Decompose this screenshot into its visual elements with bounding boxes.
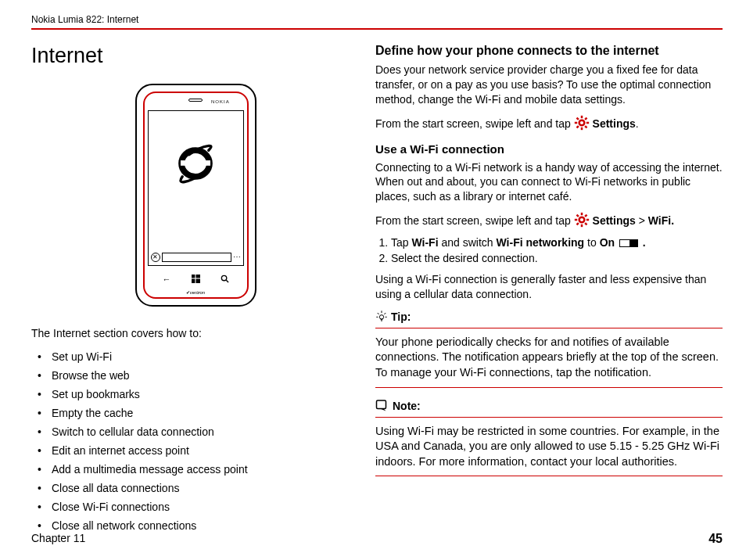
gear-icon [574, 115, 590, 135]
svg-rect-10 [580, 127, 583, 130]
header-rule [31, 28, 723, 30]
svg-rect-34 [377, 400, 386, 409]
divider [375, 476, 723, 476]
divider [375, 387, 723, 388]
section-heading: Define how your phone connects to the in… [375, 44, 723, 58]
tip-icon [375, 310, 388, 325]
list-item: Set up bookmarks [34, 385, 360, 404]
search-icon [221, 275, 229, 285]
svg-rect-24 [576, 214, 579, 217]
tip-label-text: Tip: [391, 311, 411, 323]
content-columns: Internet NOKIA [31, 44, 723, 535]
svg-rect-5 [195, 279, 200, 284]
svg-rect-2 [192, 275, 195, 278]
wifi-label: WiFi. [648, 214, 674, 227]
subsection-heading: Use a Wi-Fi connection [375, 142, 723, 156]
list-item: Browse the web [34, 366, 360, 385]
svg-rect-20 [575, 219, 577, 221]
svg-rect-21 [586, 219, 589, 221]
svg-rect-22 [584, 214, 587, 217]
svg-line-28 [378, 313, 379, 314]
windows-icon [192, 275, 200, 285]
page-title: Internet [31, 44, 360, 68]
soft-keys: ← [152, 275, 239, 285]
settings-label: Settings [593, 214, 636, 227]
svg-point-6 [221, 275, 226, 280]
carrier-label: verizon [186, 289, 205, 295]
phone-illustration: NOKIA ✕ ⋯ [31, 84, 360, 310]
list-item: Switch to cellular data connection [34, 422, 360, 441]
text: From the start screen, swipe left and ta… [375, 117, 574, 130]
page-number: 45 [708, 532, 723, 546]
footer: Chapter 11 45 [31, 532, 723, 546]
paragraph: Connecting to a Wi-Fi network is a handy… [375, 160, 723, 205]
svg-rect-14 [576, 125, 579, 128]
text-bold: Wi-Fi networking [497, 236, 585, 249]
note-label: Note: [375, 399, 723, 414]
list-item: Add a multimedia message access point [34, 460, 360, 479]
text: Tap [391, 236, 411, 249]
step-item: Select the desired connection. [391, 250, 723, 266]
list-item: Close all data connections [34, 479, 360, 497]
list-item: Close Wi-Fi connections [34, 497, 360, 516]
paragraph: Using a Wi-Fi connection is generally fa… [375, 272, 723, 302]
svg-rect-12 [586, 121, 589, 124]
chapter-label: Chapter 11 [31, 532, 85, 546]
divider [375, 417, 723, 418]
svg-rect-1 [181, 160, 210, 166]
intro-text: The Internet section covers how to: [31, 327, 360, 339]
back-icon: ← [163, 275, 171, 285]
paragraph-settings-path: From the start screen, swipe left and ta… [375, 115, 723, 135]
svg-rect-19 [580, 224, 583, 227]
steps-list: Tap Wi-Fi and switch Wi-Fi networking to… [391, 235, 723, 266]
list-item: Set up Wi-Fi [34, 347, 360, 366]
svg-line-29 [384, 313, 386, 314]
svg-rect-16 [584, 125, 587, 128]
text-bold: . [640, 236, 646, 249]
gear-icon [574, 212, 590, 232]
text: From the start screen, swipe left and ta… [375, 214, 574, 227]
svg-point-8 [579, 120, 584, 125]
covers-list: Set up Wi-Fi Browse the web Set up bookm… [31, 347, 360, 535]
tip-label: Tip: [375, 310, 723, 325]
svg-rect-23 [576, 222, 579, 225]
tip-body: Your phone periodically checks for and n… [375, 332, 723, 384]
internet-explorer-icon [174, 142, 217, 188]
note-body: Using Wi-Fi may be restricted in some co… [375, 421, 723, 473]
settings-label: Settings [593, 117, 636, 130]
left-column: Internet NOKIA [31, 44, 360, 535]
more-icon: ⋯ [233, 255, 241, 260]
list-item: Empty the cache [34, 404, 360, 422]
svg-rect-18 [580, 213, 583, 215]
divider [375, 328, 723, 328]
text-bold: On [600, 236, 615, 249]
svg-rect-13 [584, 117, 587, 120]
svg-line-7 [226, 280, 228, 282]
close-icon: ✕ [151, 253, 160, 262]
step-item: Tap Wi-Fi and switch Wi-Fi networking to… [391, 235, 723, 250]
svg-rect-15 [576, 117, 579, 120]
text: to [584, 236, 599, 249]
list-item: Edit an internet access point [34, 441, 360, 460]
svg-rect-9 [580, 116, 583, 118]
separator: > [639, 214, 648, 227]
text-bold: Wi-Fi [411, 236, 438, 249]
text: and switch [439, 236, 497, 249]
svg-point-17 [579, 217, 584, 223]
phone-speaker [188, 99, 203, 102]
address-bar: ✕ ⋯ [151, 252, 241, 263]
svg-rect-4 [192, 279, 195, 284]
svg-rect-11 [575, 121, 577, 124]
toggle-on-icon [619, 239, 638, 247]
note-label-text: Note: [393, 400, 421, 412]
note-icon [375, 399, 389, 414]
header-title: Nokia Lumia 822: Internet [31, 14, 723, 25]
svg-rect-25 [584, 222, 587, 225]
phone-screen: ✕ ⋯ [148, 110, 244, 266]
paragraph-wifi-path: From the start screen, swipe left and ta… [375, 212, 723, 232]
svg-rect-3 [195, 275, 200, 278]
svg-point-26 [379, 315, 383, 319]
paragraph: Does your network service provider charg… [375, 63, 723, 107]
right-column: Define how your phone connects to the in… [375, 44, 723, 535]
phone-brand-text: NOKIA [211, 99, 230, 104]
